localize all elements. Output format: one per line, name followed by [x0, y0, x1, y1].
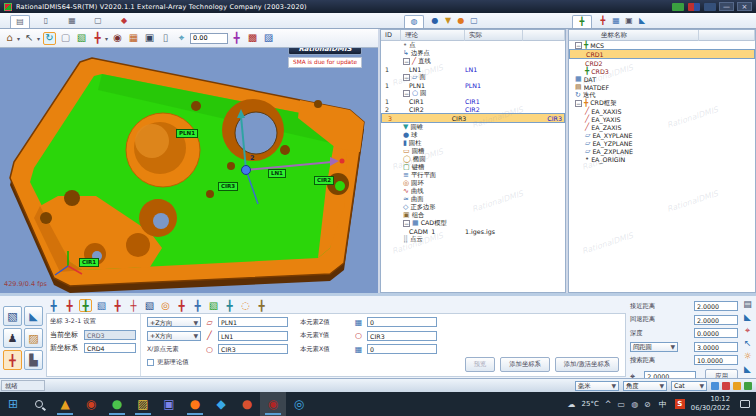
taskbar-app-firefox[interactable]: ● — [182, 392, 208, 416]
taskbar-app-wechat[interactable]: ● — [104, 392, 130, 416]
tree-expander[interactable]: − — [403, 58, 410, 65]
tab-display-tab-icon[interactable]: ▢ — [88, 15, 108, 28]
monitor-icon[interactable]: ▢ — [469, 16, 479, 26]
tray-app-icon[interactable]: S — [675, 399, 685, 409]
trash-icon[interactable]: ▯ — [159, 32, 172, 45]
coord-row-EA_YAXIS[interactable]: ╱EA_YAXIS — [569, 115, 755, 123]
preview-button[interactable]: 预览 — [465, 357, 496, 372]
volume-muted-icon[interactable]: ⊘ — [644, 400, 651, 409]
laptop-icon[interactable]: ▭ — [618, 400, 626, 409]
network-icon[interactable]: ◍ — [631, 400, 638, 409]
close-button[interactable]: × — [737, 2, 752, 11]
feature-row-面[interactable]: −▱面 — [381, 73, 565, 81]
angle-select[interactable]: 角度▼ — [623, 381, 667, 391]
approach-distance-field[interactable]: 2.0000 — [694, 301, 738, 311]
spacing-circle-select[interactable]: 间距圆▼ — [630, 342, 678, 352]
search-distance-field[interactable]: 10.0000 — [694, 355, 738, 365]
csys-cube-icon[interactable]: ▧ — [143, 299, 156, 312]
coord-row-MCS[interactable]: −╋MCS — [569, 41, 755, 49]
eye-icon[interactable]: ◉ — [111, 32, 124, 45]
filter-icon[interactable]: ▼ — [443, 16, 453, 26]
feature-row-CIR3[interactable]: 3CIR3CIR3 — [381, 113, 565, 123]
temperature[interactable]: 25°C — [582, 400, 599, 408]
coord-row-CRD3[interactable]: ╋CRD3 — [569, 67, 755, 75]
grid-small-icon[interactable]: ▦ — [611, 16, 621, 26]
map-button[interactable]: ▨ — [24, 328, 43, 348]
print-tab-icon[interactable]: ▤ — [15, 17, 25, 27]
csys-rotate-icon[interactable]: ╋ — [63, 299, 76, 312]
coord-row-CRD框架[interactable]: −╋CRD框架 — [569, 99, 755, 107]
dropdown-caret-icon[interactable]: ▾ — [105, 35, 108, 42]
csys-translate-icon[interactable]: ╋ — [191, 299, 204, 312]
ball-blue-icon[interactable]: ● — [430, 16, 440, 26]
dropdown-caret-icon[interactable]: ▾ — [37, 35, 40, 42]
coord-row-EA_ZAXIS[interactable]: ╱EA_ZAXIS — [569, 123, 755, 131]
element-y-value-field[interactable]: CIR3 — [367, 331, 437, 341]
status-icon-1[interactable] — [722, 382, 730, 390]
home-icon[interactable]: ⌂ — [3, 32, 16, 45]
axis-small-icon[interactable]: ╋ — [598, 16, 608, 26]
add-activate-csys-button[interactable]: 添加/激活坐标系 — [555, 357, 619, 372]
element-z-value-field[interactable]: 0 — [367, 317, 437, 327]
feature-label-cir2[interactable]: CIR2 — [314, 176, 334, 185]
target-icon[interactable]: ⌖ — [742, 325, 754, 336]
coord-row-CRD1[interactable]: CRD1 — [569, 49, 755, 59]
coord-row-EA_YZPLANE[interactable]: ▱EA_YZPLANE — [569, 139, 755, 147]
csys-origin-icon[interactable]: ╋ — [47, 299, 60, 312]
csys-offset-icon[interactable]: ╋ — [175, 299, 188, 312]
start-button[interactable]: ⊞ — [0, 392, 26, 416]
coord-row-CRD2[interactable]: CRD2 — [569, 59, 755, 67]
probe3-icon[interactable]: ◣ — [742, 364, 754, 375]
coord-row-DAT[interactable]: ▦DAT — [569, 75, 755, 83]
tree-expander[interactable]: − — [575, 100, 582, 107]
tree-expander[interactable]: − — [403, 90, 410, 97]
tab-print-tab-icon[interactable]: ▤ — [10, 15, 30, 28]
display-tab-icon[interactable]: ▢ — [93, 16, 103, 26]
minimize-button[interactable]: — — [719, 2, 734, 11]
csys-tab-icon[interactable]: ╋ — [577, 17, 587, 27]
tab-palette-tab-icon[interactable]: ◆ — [114, 15, 134, 28]
feature-label-ln1[interactable]: LN1 — [268, 169, 286, 178]
coord-row-EA_ZXPLANE[interactable]: ▱EA_ZXPLANE — [569, 147, 755, 155]
element-x-value-field[interactable]: 0 — [367, 344, 437, 354]
probe-icon[interactable]: ◣ — [637, 16, 647, 26]
weather-icon[interactable]: ☁ — [568, 400, 576, 409]
taskbar-search-button[interactable] — [26, 392, 52, 416]
joystick-button[interactable]: ♟ — [3, 328, 22, 348]
status-icon-2[interactable] — [733, 382, 741, 390]
shaded-view-icon[interactable]: ▧ — [75, 32, 88, 45]
tree-expander[interactable]: − — [575, 42, 582, 49]
csys-level-icon[interactable]: ╋ — [223, 299, 236, 312]
ball-orange-icon[interactable]: ● — [456, 16, 466, 26]
cursor-icon[interactable]: ↖ — [23, 32, 36, 45]
machine-button[interactable]: ▙ — [24, 350, 43, 370]
notification-center-icon[interactable] — [740, 400, 750, 408]
feature-row-圆[interactable]: −○圆 — [381, 89, 565, 97]
status-icon-0[interactable] — [711, 382, 719, 390]
feature-row-CAD模型[interactable]: −▦CAD模型 — [381, 219, 565, 227]
depth-field[interactable]: 0.0000 — [694, 328, 738, 338]
report-tab-icon[interactable]: ▯ — [41, 16, 51, 26]
palette-tab-icon[interactable]: ◆ — [119, 16, 129, 26]
z-direction-select[interactable]: +Z方向▼ — [147, 317, 201, 327]
report-icon[interactable]: ▤ — [742, 299, 754, 310]
taskbar-app-rationaldmis[interactable]: ◉ — [260, 392, 286, 416]
retract-distance-field[interactable]: 2.0000 — [694, 315, 738, 325]
scene-3d[interactable]: PLN1 LN1 CIR3 CIR2 CIR1 2 429.9/0.4 fps … — [0, 48, 378, 293]
axes-icon[interactable]: ╋ — [91, 32, 104, 45]
csys-base-icon[interactable]: ╋ — [255, 299, 268, 312]
tab-report-tab-icon[interactable]: ▯ — [36, 15, 56, 28]
marquee-icon[interactable]: ▢ — [59, 32, 72, 45]
rotate-view-icon[interactable]: ↻ — [43, 32, 56, 45]
tab-features[interactable]: ◍ — [404, 15, 424, 28]
update-theory-checkbox[interactable] — [147, 359, 154, 366]
taskbar-app-browser[interactable]: ◎ — [286, 392, 312, 416]
taskbar-app-explorer[interactable]: ▨ — [130, 392, 156, 416]
spacing-circle-field[interactable]: 3.0000 — [694, 342, 738, 352]
probe-angle-button[interactable]: ◣ — [24, 306, 43, 326]
feature-row-点云[interactable]: ⣿点云 — [381, 235, 565, 243]
feature-label-pln1[interactable]: PLN1 — [176, 129, 198, 138]
x-element-field[interactable]: LN1 — [218, 331, 288, 341]
probe2-icon[interactable]: ◣ — [742, 312, 754, 323]
taskbar-app-alert[interactable]: ▲ — [52, 392, 78, 416]
